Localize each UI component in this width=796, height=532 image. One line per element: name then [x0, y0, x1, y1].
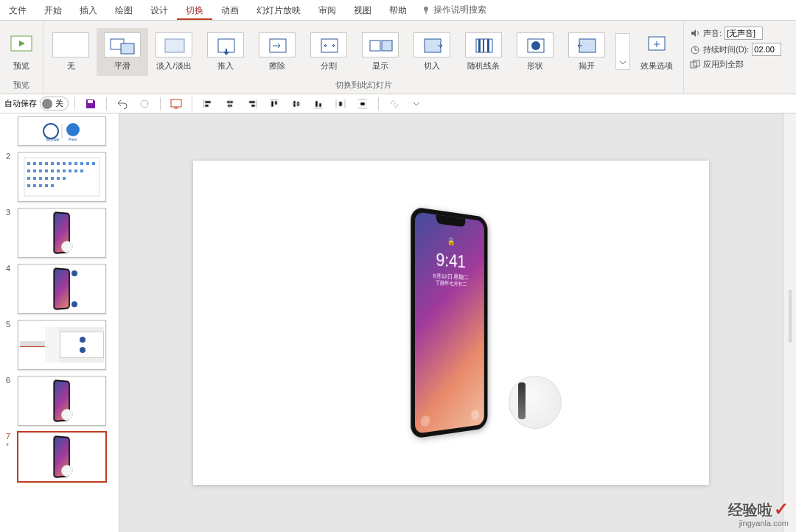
autosave-state: 关 — [55, 98, 63, 109]
menu-help[interactable]: 帮助 — [380, 0, 416, 20]
distribute-h-button[interactable] — [331, 96, 350, 112]
redo-button[interactable] — [135, 96, 154, 112]
transition-reveal[interactable]: 显示 — [355, 28, 406, 76]
collapse-handle[interactable] — [789, 290, 792, 342]
fade-icon — [156, 33, 193, 58]
svg-rect-4 — [165, 39, 184, 52]
svg-rect-56 — [51, 177, 54, 180]
menu-draw[interactable]: 绘图 — [106, 0, 142, 20]
svg-rect-41 — [92, 162, 95, 165]
transition-fade[interactable]: 淡入/淡出 — [148, 28, 200, 76]
menu-slideshow[interactable]: 幻灯片放映 — [248, 0, 310, 20]
preview-group-label: 预览 — [0, 78, 43, 94]
slide-thumb-1[interactable]: keynotePrezi — [0, 116, 119, 149]
svg-rect-61 — [39, 184, 42, 187]
tell-me-search[interactable]: 操作说明搜索 — [416, 0, 492, 20]
chevron-down-icon — [619, 59, 626, 66]
toggle-knob — [42, 99, 52, 109]
menu-home[interactable]: 开始 — [35, 0, 71, 20]
distribute-v-button[interactable] — [353, 96, 372, 112]
transition-random-bars[interactable]: 随机线条 — [458, 28, 509, 76]
apply-all-icon — [690, 60, 700, 70]
svg-rect-52 — [27, 177, 30, 180]
save-icon — [85, 98, 97, 110]
preview-button[interactable]: 预览 — [6, 29, 37, 74]
transition-wipe[interactable]: 擦除 — [251, 28, 303, 76]
svg-point-16 — [531, 41, 540, 50]
link-button[interactable] — [385, 96, 404, 112]
align-left-button[interactable] — [198, 96, 217, 112]
slide-thumb-2[interactable]: 2 — [0, 149, 119, 205]
workspace: keynotePrezi 2 3 4 5 6 — [0, 113, 796, 532]
slide-thumb-6[interactable]: 6 — [0, 373, 119, 429]
sound-input[interactable] — [725, 27, 763, 40]
slideshow-button[interactable] — [167, 96, 186, 112]
slide-thumb-7[interactable]: 7* — [0, 429, 119, 485]
transition-morph[interactable]: 平滑 — [97, 28, 148, 76]
phone-mockup: 🔒 9:41 9月12日 星期二 丁酉年七月廿二 — [411, 206, 487, 439]
menu-animations[interactable]: 动画 — [212, 0, 248, 20]
menu-view[interactable]: 视图 — [345, 0, 380, 20]
slide-thumb-3[interactable]: 3 — [0, 205, 119, 261]
lightbulb-icon — [422, 6, 430, 15]
wipe-icon — [259, 33, 296, 58]
svg-rect-32 — [39, 162, 42, 165]
preview-label: 预览 — [13, 61, 29, 70]
align-top-button[interactable] — [265, 96, 284, 112]
align-top-icon — [268, 98, 280, 110]
svg-point-24 — [43, 124, 58, 139]
align-middle-icon — [290, 98, 302, 110]
align-middle-button[interactable] — [287, 96, 306, 112]
align-right-button[interactable] — [242, 96, 262, 112]
slide-canvas[interactable]: 🔒 9:41 9月12日 星期二 丁酉年七月廿二 — [193, 161, 709, 485]
morph-icon — [105, 33, 142, 58]
save-button[interactable] — [81, 96, 100, 112]
effect-options-label: 效果选项 — [640, 61, 673, 70]
transition-cut[interactable]: 切入 — [406, 28, 458, 76]
menu-review[interactable]: 审阅 — [310, 0, 345, 20]
svg-rect-33 — [45, 162, 48, 165]
slide-thumb-4[interactable]: 4 — [0, 261, 119, 317]
duration-input[interactable] — [752, 43, 781, 56]
lock-icon: 🔒 — [447, 237, 455, 245]
align-center-h-button[interactable] — [220, 96, 240, 112]
svg-rect-30 — [27, 162, 30, 165]
svg-rect-13 — [483, 39, 484, 52]
thumb2-content — [21, 155, 102, 199]
distribute-v-icon — [357, 98, 369, 110]
randombars-icon — [466, 33, 503, 58]
svg-rect-48 — [63, 169, 66, 172]
transitions-more[interactable] — [615, 33, 630, 70]
qat-more[interactable] — [407, 96, 426, 112]
slide-canvas-area[interactable]: 🔒 9:41 9月12日 星期二 丁酉年七月廿二 — [119, 113, 783, 532]
preview-icon — [10, 35, 32, 55]
svg-rect-51 — [80, 169, 83, 172]
align-bottom-button[interactable] — [309, 96, 328, 112]
transition-uncover[interactable]: 揭开 — [561, 28, 612, 76]
transition-push[interactable]: 推入 — [200, 28, 251, 76]
svg-rect-54 — [39, 177, 42, 180]
chevron-down-icon — [411, 98, 422, 110]
apply-to-all-button[interactable]: 应用到全部 — [690, 57, 796, 71]
cut-icon — [414, 33, 451, 58]
distribute-h-icon — [335, 98, 346, 110]
menubar: 文件 开始 插入 绘图 设计 切换 动画 幻灯片放映 审阅 视图 帮助 操作说明… — [0, 0, 796, 21]
transition-shape[interactable]: 形状 — [509, 28, 561, 76]
svg-rect-60 — [33, 184, 36, 187]
menu-file[interactable]: 文件 — [0, 0, 35, 20]
slide-thumb-5[interactable]: 5 — [0, 317, 119, 373]
menu-transitions[interactable]: 切换 — [177, 0, 212, 20]
magnifier-circle — [509, 376, 562, 429]
effect-options-button[interactable]: 效果选项 — [636, 29, 677, 74]
transition-none[interactable]: 无 — [45, 28, 97, 76]
transition-split[interactable]: 分割 — [303, 28, 355, 76]
thumbnail-panel[interactable]: keynotePrezi 2 3 4 5 6 — [0, 113, 119, 532]
align-right-icon — [246, 98, 258, 110]
undo-button[interactable] — [113, 96, 132, 112]
push-icon — [208, 33, 245, 58]
effect-options-icon — [646, 34, 668, 56]
menu-design[interactable]: 设计 — [142, 0, 177, 20]
autosave-toggle[interactable]: 关 — [40, 97, 69, 111]
svg-rect-63 — [51, 184, 54, 187]
menu-insert[interactable]: 插入 — [71, 0, 106, 20]
